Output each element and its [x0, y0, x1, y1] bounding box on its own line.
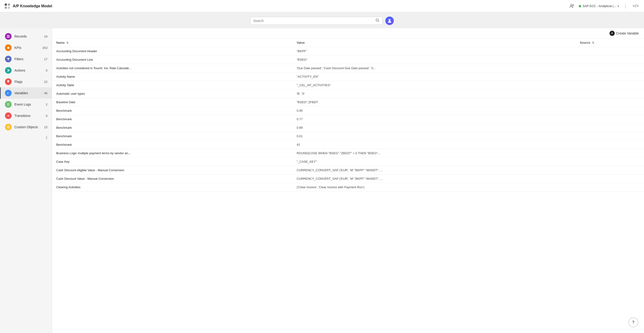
svg-point-6: [376, 19, 378, 21]
svg-rect-2: [5, 6, 7, 9]
sidebar-count-eventlogs: 2: [46, 103, 48, 106]
variables-icon: x: [5, 90, 12, 96]
connection-status[interactable]: SAP ECC - Analytical (... ▾: [579, 4, 619, 8]
collapse-button[interactable]: 《: [44, 136, 48, 140]
row-value-3: "ACTIVITY_EN": [292, 72, 576, 81]
row-value-1: "BSEG": [292, 56, 576, 64]
connection-label: SAP ECC - Analytical (...: [582, 4, 616, 8]
column-source[interactable]: Source ⇅: [576, 38, 644, 47]
sidebar-item-flags[interactable]: Flags 22: [0, 76, 52, 88]
row-value-8: 0.77: [292, 115, 576, 124]
eventlogs-icon: [5, 101, 12, 108]
svg-text:x: x: [7, 92, 9, 94]
sidebar-label-kpis: KPIs: [14, 46, 40, 50]
sidebar-count-actions: 0: [46, 69, 48, 72]
create-variable-label: Create Variable: [616, 32, 639, 35]
svg-rect-16: [8, 104, 9, 104]
more-options-button[interactable]: ⋮: [622, 2, 628, 10]
topbar: A/P Knowledge Model SAP ECC - Analytical…: [0, 0, 644, 12]
sidebar-item-eventlogs[interactable]: Event Logs 2: [0, 99, 52, 110]
sidebar-item-records[interactable]: Records 24: [0, 31, 52, 42]
svg-point-20: [8, 126, 9, 128]
table-header-row: Name ⇅ Value Source ⇅: [52, 38, 644, 47]
more-options-icon: ⋮: [623, 4, 628, 9]
row-source-7: [576, 106, 644, 115]
create-variable-button[interactable]: + Create Variable: [610, 31, 639, 36]
search-button[interactable]: [376, 18, 380, 23]
table-row[interactable]: Clearing Activities ('Clear Invoice', 'C…: [52, 183, 644, 192]
row-value-10: 0.01: [292, 132, 576, 140]
row-name-9: Benchmark: [52, 124, 292, 132]
row-value-6: "BSEG".ZFBDT: [292, 98, 576, 106]
svg-rect-18: [8, 105, 8, 105]
sidebar-label-filters: Filters: [14, 57, 41, 61]
row-source-10: [576, 132, 644, 140]
table-row[interactable]: Business Logic multiple payment terms by…: [52, 149, 644, 158]
app-title: A/P Knowledge Model: [13, 4, 52, 8]
svg-point-4: [570, 4, 572, 6]
row-source-1: [576, 56, 644, 64]
help-icon: ?: [632, 320, 634, 324]
column-value[interactable]: Value: [292, 38, 576, 47]
svg-point-5: [572, 4, 574, 6]
table-row[interactable]: Baseline Date "BSEG".ZFBDT: [52, 98, 644, 106]
sidebar-item-filters[interactable]: Filters 17: [0, 53, 52, 65]
svg-rect-9: [7, 35, 10, 36]
sidebar-item-actions[interactable]: Actions 0: [0, 65, 52, 76]
sidebar-collapse[interactable]: 《: [0, 133, 52, 143]
table-row[interactable]: Automatic user types 'B', 'S': [52, 90, 644, 98]
row-source-15: [576, 174, 644, 183]
table-row[interactable]: Case Key "_CASE_KEY": [52, 158, 644, 166]
people-icon-btn[interactable]: [568, 2, 576, 10]
row-name-6: Baseline Date: [52, 98, 292, 106]
connection-chevron-icon: ▾: [618, 4, 619, 8]
help-button[interactable]: ?: [628, 318, 638, 327]
filters-icon: [5, 56, 12, 62]
row-name-4: Activity Table: [52, 81, 292, 90]
code-button[interactable]: </>: [632, 2, 640, 10]
row-source-6: [576, 98, 644, 106]
sidebar-item-variables[interactable]: x Variables 46: [0, 88, 52, 99]
people-icon: [569, 4, 574, 9]
avatar[interactable]: [385, 16, 394, 25]
svg-rect-3: [8, 6, 10, 9]
sidebar-item-kpis[interactable]: KPIs 253: [0, 42, 52, 53]
row-source-13: [576, 158, 644, 166]
table-row[interactable]: Activity Table "_CEL_AP_ACTIVITIES": [52, 81, 644, 90]
table-row[interactable]: Activity Name "ACTIVITY_EN": [52, 72, 644, 81]
table-row[interactable]: Accounting Document Line "BSEG": [52, 56, 644, 64]
content-area: Records 24 KPIs 253 Filters 17 Actions 0…: [0, 28, 644, 333]
search-input[interactable]: [253, 19, 374, 23]
sidebar-count-kpis: 253: [42, 46, 48, 50]
sidebar-label-eventlogs: Event Logs: [14, 102, 43, 106]
table-row[interactable]: Benchmark 0.95: [52, 106, 644, 115]
table-row[interactable]: Cash Discount Value - Manual Conversion …: [52, 174, 644, 183]
sidebar-item-customobjects[interactable]: Custom Objects 15: [0, 122, 52, 133]
topbar-left: A/P Knowledge Model: [4, 3, 52, 9]
svg-line-7: [378, 21, 379, 22]
row-value-11: 42: [292, 140, 576, 149]
sidebar-count-flags: 22: [44, 80, 48, 84]
table-row[interactable]: Benchmark 0.89: [52, 124, 644, 132]
column-name[interactable]: Name ⇅: [52, 38, 292, 47]
svg-marker-12: [7, 46, 10, 49]
svg-rect-11: [7, 37, 10, 38]
table-row[interactable]: Accounting Document Header "BKPF": [52, 47, 644, 56]
table-row[interactable]: Activities not considered in Touchl. Inv…: [52, 64, 644, 72]
table-row[interactable]: Benchmark 0.01: [52, 132, 644, 140]
row-source-3: [576, 72, 644, 81]
row-value-14: CURRENCY_CONVERT_SAP ('EUR', 'M',"BKPF".…: [292, 166, 576, 174]
row-source-0: [576, 47, 644, 56]
source-sort-icon: ⇅: [592, 41, 594, 44]
sidebar-item-transitions[interactable]: Transitions 0: [0, 110, 52, 122]
search-area: [0, 12, 644, 28]
row-source-11: [576, 140, 644, 149]
sidebar-count-records: 24: [44, 35, 48, 38]
table-row[interactable]: Cash Discount eligible Value - Manual Co…: [52, 166, 644, 174]
table-row[interactable]: Benchmark 42: [52, 140, 644, 149]
table-row[interactable]: Benchmark 0.77: [52, 115, 644, 124]
row-name-2: Activities not considered in Touchl. Inv…: [52, 64, 292, 72]
row-name-13: Case Key: [52, 158, 292, 166]
row-value-15: CURRENCY_CONVERT_SAP ('EUR', 'M',"BKPF".…: [292, 174, 576, 183]
row-value-4: "_CEL_AP_ACTIVITIES": [292, 81, 576, 90]
